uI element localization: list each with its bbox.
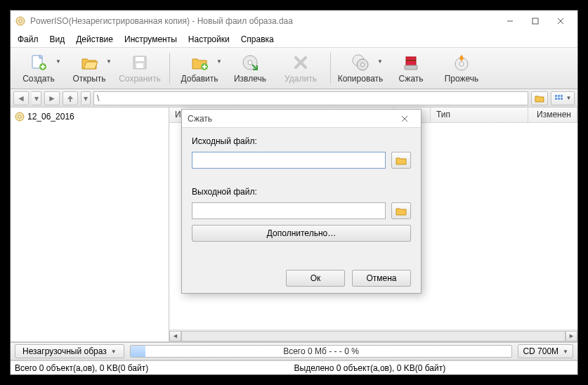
burn-icon (452, 53, 471, 72)
advanced-button-label: Дополнительно… (267, 228, 336, 238)
column-modified[interactable]: Изменен (528, 107, 577, 122)
output-browse-button[interactable] (391, 202, 411, 219)
toolbar-create[interactable]: Создать ▼ (13, 48, 64, 88)
folder-tree[interactable]: 12_06_2016 (11, 107, 169, 341)
save-icon (130, 53, 150, 72)
source-browse-button[interactable] (391, 152, 411, 169)
nav-forward[interactable]: ► (44, 91, 60, 105)
dialog-close-button[interactable] (394, 112, 415, 126)
boot-status-label: Незагрузочный образ (22, 346, 107, 356)
open-icon (79, 53, 99, 72)
view-folder-button[interactable] (531, 91, 548, 105)
toolbar-open[interactable]: Открыть ▼ (64, 48, 115, 88)
create-icon (29, 53, 48, 72)
toolbar-burn-label: Прожечь (445, 74, 479, 84)
dialog-buttons: Ок Отмена (182, 263, 421, 293)
tree-root-label: 12_06_2016 (27, 112, 74, 122)
caret-icon: ▼ (55, 58, 61, 65)
toolbar-add[interactable]: Добавить ▼ (174, 48, 225, 88)
compress-icon (401, 53, 421, 72)
caret-icon: ▼ (106, 58, 112, 65)
nav-back[interactable]: ◄ (13, 91, 29, 105)
caret-icon: ▼ (216, 58, 222, 65)
menu-help[interactable]: Справка (241, 34, 274, 44)
nav-history[interactable]: ▾ (81, 91, 91, 105)
window-controls (497, 13, 573, 30)
scroll-right[interactable]: ► (566, 331, 577, 341)
nav-up[interactable] (63, 91, 78, 105)
svg-rect-9 (136, 57, 144, 61)
svg-rect-24 (561, 95, 563, 97)
ok-button-label: Ок (311, 273, 321, 283)
usage-bar: Всего 0 Мб - - - 0 % (130, 345, 513, 358)
toolbar-extract-label: Извлечь (234, 74, 266, 84)
status-bar-info: Всего 0 объект(а,ов), 0 KB(0 байт) Выдел… (11, 360, 577, 374)
svg-rect-23 (558, 95, 560, 97)
minimize-button[interactable] (497, 13, 523, 30)
pathbar: ◄ ▾ ► ▾ ▼ (11, 89, 577, 107)
toolbar-add-label: Добавить (181, 74, 218, 84)
advanced-button[interactable]: Дополнительно… (192, 225, 411, 242)
scroll-track[interactable] (181, 331, 566, 341)
extract-icon (240, 53, 260, 72)
disc-icon (15, 112, 25, 122)
menu-action[interactable]: Действие (76, 34, 113, 44)
toolbar-save-label: Сохранить (119, 74, 161, 84)
nav-back-dropdown[interactable]: ▾ (32, 91, 41, 105)
svg-rect-25 (555, 98, 557, 100)
caret-icon: ▼ (111, 348, 117, 355)
toolbar-create-label: Создать (22, 74, 55, 84)
menubar: Файл Вид Действие Инструменты Настройки … (11, 32, 577, 47)
toolbar-separator (169, 53, 170, 84)
dialog-titlebar: Сжать (182, 110, 421, 128)
status-bar-usage: Незагрузочный образ▼ Всего 0 Мб - - - 0 … (11, 342, 577, 360)
dialog-title: Сжать (188, 114, 212, 124)
caret-icon: ▼ (377, 58, 383, 65)
toolbar-save[interactable]: Сохранить (115, 48, 165, 88)
view-mode-button[interactable]: ▼ (551, 91, 575, 105)
svg-rect-10 (136, 63, 143, 68)
toolbar-open-label: Открыть (72, 74, 105, 84)
close-button[interactable] (548, 13, 573, 30)
toolbar-burn[interactable]: Прожечь (436, 48, 487, 88)
toolbar-compress[interactable]: Сжать (386, 48, 436, 88)
copy-icon (351, 53, 370, 72)
add-icon (190, 53, 209, 72)
compress-dialog: Сжать Исходный файл: Выходной файл: Допо… (181, 109, 422, 294)
svg-point-29 (18, 115, 21, 118)
toolbar-delete[interactable]: Удалить (275, 48, 326, 88)
disc-size-select[interactable]: CD 700M▼ (518, 344, 573, 358)
scroll-left[interactable]: ◄ (169, 331, 181, 341)
horizontal-scrollbar[interactable]: ◄ ► (169, 329, 577, 341)
boot-status-button[interactable]: Незагрузочный образ▼ (15, 344, 124, 358)
toolbar-separator (330, 53, 331, 84)
toolbar-copy-label: Копировать (338, 74, 384, 84)
svg-rect-22 (555, 95, 557, 97)
output-file-input[interactable] (192, 202, 386, 219)
svg-point-16 (361, 63, 365, 67)
source-file-input[interactable] (192, 152, 386, 169)
path-input[interactable] (93, 91, 528, 105)
toolbar-extract[interactable]: Извлечь (225, 48, 275, 88)
menu-file[interactable]: Файл (18, 34, 39, 44)
cancel-button-label: Отмена (366, 273, 396, 283)
toolbar-copy[interactable]: Копировать ▼ (335, 48, 386, 88)
column-type[interactable]: Тип (431, 107, 528, 122)
window-title: PowerISO(Незарегистрированная копия) - Н… (30, 16, 497, 26)
cancel-button[interactable]: Отмена (352, 270, 411, 287)
app-icon (15, 15, 26, 27)
svg-rect-27 (561, 98, 563, 100)
menu-tools[interactable]: Инструменты (124, 34, 177, 44)
ok-button[interactable]: Ок (286, 270, 345, 287)
menu-view[interactable]: Вид (50, 34, 65, 44)
toolbar: Создать ▼ Открыть ▼ Сохранить Добавить ▼… (11, 47, 577, 89)
caret-icon: ▼ (563, 348, 568, 355)
svg-rect-26 (558, 98, 560, 100)
menu-settings[interactable]: Настройки (188, 34, 230, 44)
toolbar-compress-label: Сжать (398, 74, 423, 84)
status-selected: Выделено 0 объект(а,ов), 0 KB(0 байт) (294, 363, 574, 373)
maximize-button[interactable] (523, 13, 548, 30)
svg-point-13 (248, 60, 252, 65)
delete-icon (291, 53, 311, 72)
tree-root-item[interactable]: 12_06_2016 (15, 110, 164, 123)
